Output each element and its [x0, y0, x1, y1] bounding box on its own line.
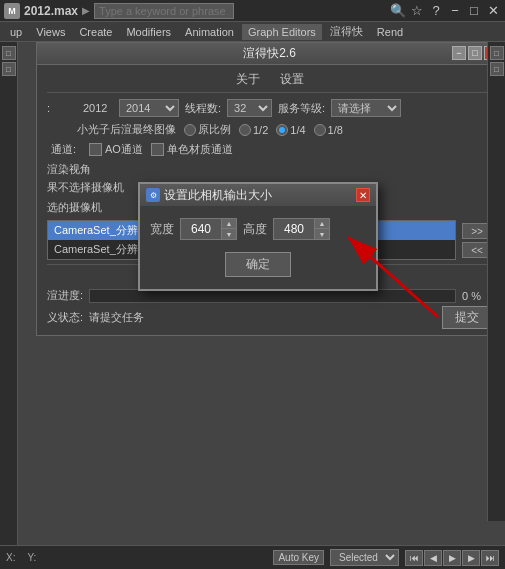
app-logo: M [4, 3, 20, 19]
toolbar-btn-1[interactable]: □ [2, 46, 16, 60]
height-label: 高度 [243, 221, 267, 238]
play-next[interactable]: ▶ [462, 550, 480, 566]
title-bar: M 2012.max ▶ 🔍 ☆ ? − □ ✕ [0, 0, 505, 22]
menu-up[interactable]: up [4, 24, 28, 40]
restore-icon[interactable]: □ [466, 3, 482, 19]
modal-dialog: ⚙ 设置此相机输出大小 ✕ 宽度 ▲ ▼ [138, 182, 378, 291]
play-play[interactable]: ▶ [443, 550, 461, 566]
height-input[interactable] [274, 219, 314, 239]
height-arrows: ▲ ▼ [314, 219, 329, 239]
title-arrow: ▶ [82, 5, 90, 16]
viewport-area: 渲得快2.6 − □ ✕ 关于 设置 : 2012 [18, 42, 505, 545]
modal-icon: ⚙ [146, 188, 160, 202]
menu-create[interactable]: Create [73, 24, 118, 40]
y-label: Y: [27, 552, 36, 563]
width-arrows: ▲ ▼ [221, 219, 236, 239]
menu-graph-editors[interactable]: Graph Editors [242, 24, 322, 40]
minimize-icon[interactable]: − [447, 3, 463, 19]
width-input[interactable] [181, 219, 221, 239]
width-up[interactable]: ▲ [222, 219, 236, 229]
menu-zdf[interactable]: 渲得快 [324, 22, 369, 41]
search-icon[interactable]: 🔍 [390, 3, 406, 19]
modal-titlebar: ⚙ 设置此相机输出大小 ✕ [140, 184, 376, 206]
modal-confirm-btn[interactable]: 确定 [225, 252, 291, 277]
modal-title: 设置此相机输出大小 [164, 187, 356, 204]
bottom-bar: X: Y: Auto Key Selected ⏮ ◀ ▶ ▶ ⏭ [0, 545, 505, 569]
menu-rend[interactable]: Rend [371, 24, 409, 40]
x-label: X: [6, 552, 15, 563]
width-down[interactable]: ▼ [222, 229, 236, 239]
title-icons: 🔍 ☆ ? − □ ✕ [390, 3, 501, 19]
width-spinner[interactable]: ▲ ▼ [180, 218, 237, 240]
search-input[interactable] [94, 3, 234, 19]
playback-controls: ⏮ ◀ ▶ ▶ ⏭ [405, 550, 499, 566]
height-down[interactable]: ▼ [315, 229, 329, 239]
modal-overlay: ⚙ 设置此相机输出大小 ✕ 宽度 ▲ ▼ [18, 42, 505, 545]
bookmark-icon[interactable]: ☆ [409, 3, 425, 19]
menu-bar: up Views Create Modifiers Animation Grap… [0, 22, 505, 42]
menu-animation[interactable]: Animation [179, 24, 240, 40]
main-area: □ □ 渲得快2.6 − □ ✕ 关于 设置 [0, 42, 505, 545]
close-icon[interactable]: ✕ [485, 3, 501, 19]
height-up[interactable]: ▲ [315, 219, 329, 229]
play-first[interactable]: ⏮ [405, 550, 423, 566]
play-last[interactable]: ⏭ [481, 550, 499, 566]
menu-views[interactable]: Views [30, 24, 71, 40]
modal-fields: 宽度 ▲ ▼ 高度 ▲ [150, 218, 366, 240]
help-icon[interactable]: ? [428, 3, 444, 19]
left-toolbar: □ □ [0, 42, 18, 545]
modal-body: 宽度 ▲ ▼ 高度 ▲ [140, 206, 376, 289]
autokey-button[interactable]: Auto Key [273, 550, 324, 565]
height-spinner[interactable]: ▲ ▼ [273, 218, 330, 240]
play-prev[interactable]: ◀ [424, 550, 442, 566]
width-label: 宽度 [150, 221, 174, 238]
modal-close-btn[interactable]: ✕ [356, 188, 370, 202]
filename: 2012.max [24, 4, 78, 18]
toolbar-btn-2[interactable]: □ [2, 62, 16, 76]
selected-dropdown[interactable]: Selected [330, 549, 399, 566]
menu-modifiers[interactable]: Modifiers [120, 24, 177, 40]
